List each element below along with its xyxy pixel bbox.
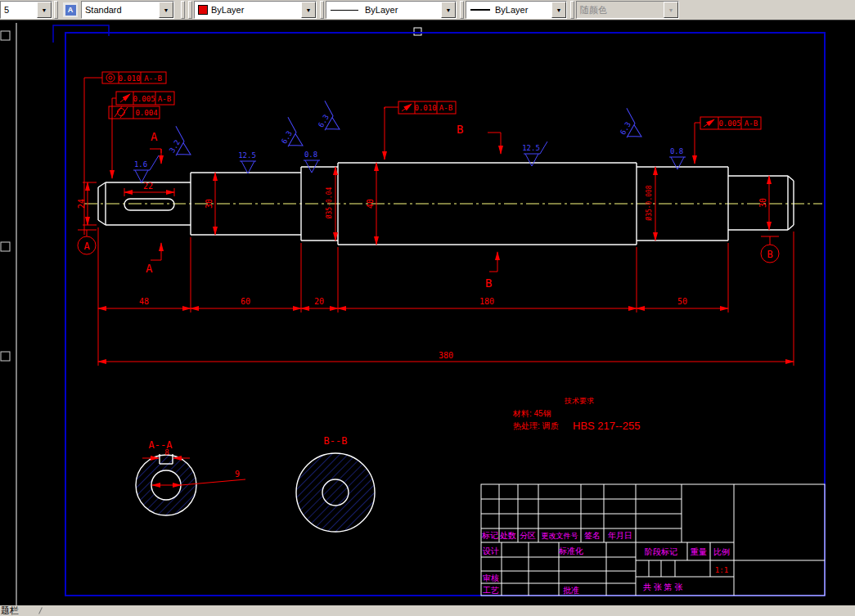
aa-label: A--A bbox=[149, 439, 173, 451]
lineweight-combo[interactable]: ByLayer ▼ bbox=[466, 1, 567, 19]
application-window: 5 ▼ A Standard ▼ ByLayer ▼ ByLayer ▼ ByL… bbox=[0, 0, 855, 616]
tb-approve: 批准 bbox=[563, 586, 579, 595]
roughness-symbol: 0.8 bbox=[669, 147, 686, 169]
chevron-down-icon[interactable]: ▼ bbox=[441, 2, 456, 18]
tb-weight: 重量 bbox=[690, 547, 707, 556]
tol-value: 0.005 bbox=[133, 95, 155, 103]
dim-dia35-right: Ø35-0.008 bbox=[645, 185, 653, 221]
runout-arrow-icon bbox=[704, 119, 714, 127]
svg-text:0.8: 0.8 bbox=[670, 147, 683, 155]
tb-date: 年月日 bbox=[608, 531, 632, 540]
toolbar-grip[interactable] bbox=[460, 1, 464, 19]
osnap-marker bbox=[414, 28, 421, 35]
datum-a[interactable]: A bbox=[78, 230, 97, 254]
svg-text:6.3: 6.3 bbox=[280, 129, 294, 145]
bb-label: B--B bbox=[324, 435, 348, 447]
toolbar-grip[interactable] bbox=[188, 1, 192, 19]
color-value: ByLayer bbox=[208, 5, 301, 15]
chevron-down-icon[interactable]: ▼ bbox=[37, 2, 52, 18]
crosshair-cursor-icon bbox=[38, 607, 43, 614]
tolerance-frame-runout-3[interactable]: 0.005 A-B bbox=[695, 117, 761, 164]
toolbar-grip[interactable] bbox=[54, 1, 58, 19]
dim-dia30-right: 30 bbox=[758, 198, 767, 208]
toolbar-grip[interactable] bbox=[181, 1, 185, 19]
dim-380: 380 bbox=[439, 351, 453, 360]
linetype-combo[interactable]: ByLayer ▼ bbox=[326, 1, 457, 19]
tb-scale: 比例 bbox=[713, 547, 730, 556]
dim-50: 50 bbox=[677, 297, 687, 306]
datum-b[interactable]: B bbox=[761, 236, 779, 263]
tb-stage-mark: 阶段标记 bbox=[645, 547, 677, 556]
dim-key-depth: 9 bbox=[235, 470, 240, 479]
text-style-icon[interactable]: A bbox=[62, 2, 79, 18]
chevron-down-icon: ▼ bbox=[664, 2, 678, 18]
dim-style-combo[interactable]: 5 ▼ bbox=[0, 1, 52, 19]
roughness-symbols[interactable]: 1.6 3.2 12.5 6.3 0.8 6.3 bbox=[133, 101, 686, 182]
tol-value: 0.010 bbox=[414, 104, 436, 112]
tb-standardize: 标准化 bbox=[558, 546, 583, 555]
concentricity-icon bbox=[106, 74, 115, 82]
tech-req-hardness: HBS 217--255 bbox=[573, 420, 640, 432]
tol-value: 0.005 bbox=[718, 119, 740, 128]
text-style-combo[interactable]: Standard ▼ bbox=[81, 1, 174, 19]
datum-b-label: B bbox=[767, 249, 772, 260]
dim-60: 60 bbox=[241, 297, 250, 306]
svg-text:12.5: 12.5 bbox=[238, 151, 256, 160]
tol-datum: A--B bbox=[144, 74, 162, 83]
tol-value: 0.010 bbox=[118, 74, 140, 83]
chevron-down-icon[interactable]: ▼ bbox=[301, 2, 316, 18]
dim-20: 20 bbox=[314, 297, 324, 306]
tb-review: 审核 bbox=[483, 573, 499, 582]
tolerance-frame-runout-2[interactable]: 0.010 A-B bbox=[385, 101, 456, 160]
dim-keyway-22: 22 bbox=[143, 182, 153, 191]
section-view-b-b[interactable]: B--B bbox=[296, 435, 375, 532]
svg-text:1.6: 1.6 bbox=[134, 160, 147, 169]
dim-style-value: 5 bbox=[1, 5, 37, 15]
lineweight-line-icon bbox=[470, 9, 490, 11]
dimension-lines[interactable] bbox=[83, 163, 794, 366]
tech-req-heat-label: 热处理: 调质 bbox=[513, 421, 559, 430]
section-marks[interactable]: A A B B bbox=[146, 123, 501, 290]
section-b-top-label: B bbox=[457, 123, 463, 136]
color-combo[interactable]: ByLayer ▼ bbox=[194, 1, 317, 19]
tolerance-frame-cylindricity[interactable]: 0.004 bbox=[109, 106, 160, 119]
dim-48: 48 bbox=[139, 297, 149, 306]
section-view-a-a[interactable]: 8 9 A--A bbox=[136, 439, 245, 515]
tol-datum: A-B bbox=[745, 119, 758, 128]
plot-style-value: 随颜色 bbox=[577, 4, 664, 16]
dim-180: 180 bbox=[479, 297, 494, 306]
tb-count: 处数 bbox=[500, 531, 516, 540]
dim-dia30-left: 30 bbox=[205, 199, 214, 209]
toolbar-grip[interactable] bbox=[570, 1, 574, 19]
keyway-slot bbox=[124, 199, 174, 210]
roughness-symbol: 6.3 bbox=[275, 117, 311, 152]
drawing-canvas[interactable]: 48 60 20 180 50 380 22 24 30 Ø35-0.04 40… bbox=[0, 20, 855, 605]
tb-design: 设计 bbox=[482, 546, 499, 555]
tech-req-material: 材料: 45钢 bbox=[512, 409, 551, 418]
tb-change-doc: 更改文件号 bbox=[542, 532, 578, 540]
tb-sheet-info: 共 张 第 张 bbox=[643, 582, 682, 591]
section-a-top-label: A bbox=[151, 130, 158, 143]
chevron-down-icon[interactable]: ▼ bbox=[551, 2, 566, 18]
svg-text:6.3: 6.3 bbox=[317, 113, 331, 128]
section-b-bottom-label: B bbox=[485, 277, 492, 290]
tb-scale-value: 1:1 bbox=[715, 566, 728, 574]
svg-text:6.3: 6.3 bbox=[619, 120, 632, 136]
color-swatch-icon bbox=[198, 5, 208, 15]
chevron-down-icon[interactable]: ▼ bbox=[159, 2, 173, 18]
lineweight-value: ByLayer bbox=[490, 5, 551, 15]
linetype-value: ByLayer bbox=[358, 5, 441, 15]
dimension-texts[interactable]: 48 60 20 180 50 380 22 24 30 Ø35-0.04 40… bbox=[77, 182, 767, 360]
roughness-symbol: 6.3 bbox=[614, 108, 650, 143]
svg-text:3.2: 3.2 bbox=[168, 138, 182, 154]
tech-req-title: 技术要求 bbox=[564, 397, 594, 405]
status-partial-label: 题栏 bbox=[1, 605, 19, 616]
left-toolbar-sliver bbox=[1, 31, 10, 361]
dim-dia40: 40 bbox=[366, 199, 375, 209]
toolbar-grip[interactable] bbox=[320, 1, 324, 19]
roughness-symbol: 6.3 bbox=[312, 101, 348, 136]
cylindricity-icon bbox=[115, 106, 128, 118]
tb-process: 工艺 bbox=[483, 586, 499, 595]
tb-mark: 标记 bbox=[481, 531, 498, 540]
plot-style-combo: 随颜色 ▼ bbox=[576, 1, 679, 19]
